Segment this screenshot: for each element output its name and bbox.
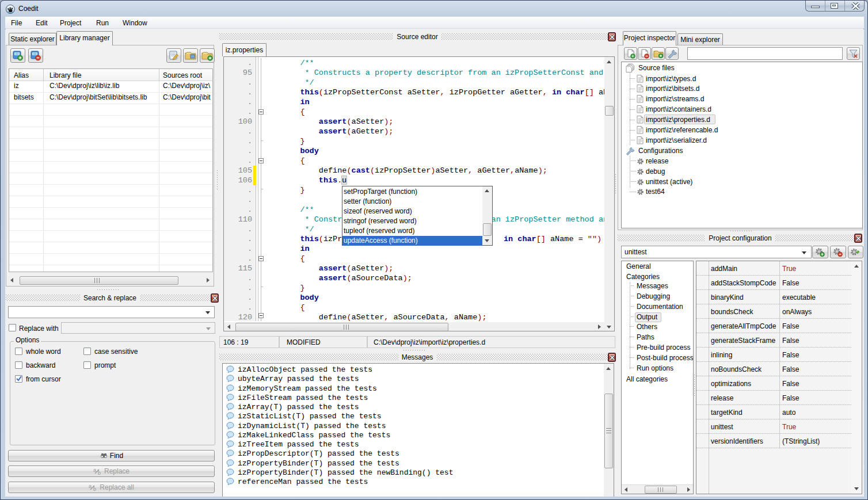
svg-text:a: a xyxy=(89,483,92,489)
svg-text:b: b xyxy=(98,470,101,475)
svg-text:b: b xyxy=(93,486,96,491)
svg-text:a: a xyxy=(93,467,96,473)
